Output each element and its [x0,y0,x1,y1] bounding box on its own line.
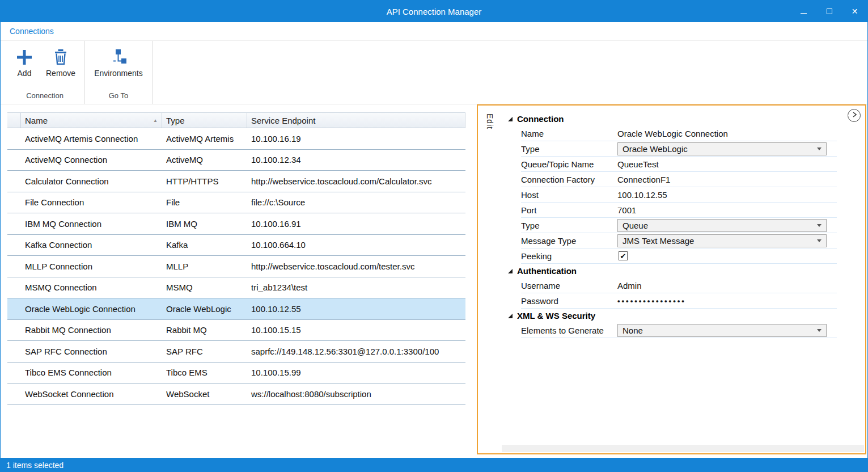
property-row: Password •••••••••••••••• [521,293,837,309]
chevron-right-icon [850,111,858,121]
header-cell-type[interactable]: Type [162,113,247,128]
dropdown-message-type[interactable]: JMS Text Message [617,234,827,247]
cell-type: WebSocket [162,384,247,404]
property-row: Connection Factory ConnectionF1 [521,172,837,187]
cell-endpoint: 10.100.16.91 [247,213,465,234]
cell-type: Tibco EMS [162,363,247,384]
cell-type: IBM MQ [162,213,247,234]
maximize-button[interactable] [816,1,842,22]
row-indicator-cell [7,341,21,362]
tab-connections[interactable]: Connections [1,27,63,36]
main-content: Name ▲ Type Service Endpoint ActiveMQ Ar… [1,104,867,458]
ribbon-group-connection: Add Remove Connection [5,41,85,104]
window-title: API Connection Manager [387,7,482,16]
cell-name: Kafka Connection [21,235,162,256]
property-value: Oracle WebLogic Connection [617,129,837,138]
dropdown-type[interactable]: Queue [617,219,827,232]
environments-sitemap-icon [109,48,128,67]
property-value: Queue [617,219,837,232]
cell-name: Oracle WebLogic Connection [21,298,162,319]
table-row-activemq-artemis-connection[interactable]: ActiveMQ Artemis Connection ActiveMQ Art… [7,128,465,150]
table-header-row: Name ▲ Type Service Endpoint [7,112,465,128]
property-label: Username [521,281,617,290]
horizontal-scrollbar[interactable] [502,445,864,452]
property-row: Type Queue [521,218,837,233]
field-password-value[interactable]: •••••••••••••••• [617,297,686,305]
field-connection-factory-value[interactable]: ConnectionF1 [617,175,670,184]
dropdown-selected-value: None [623,326,643,335]
row-indicator-cell [7,277,21,298]
table-row-file-connection[interactable]: File Connection File file://c:\Source [7,192,465,214]
cell-name: WebSocket Connection [21,384,162,404]
panel-collapse-button[interactable] [848,109,861,122]
field-name-value[interactable]: Oracle WebLogic Connection [617,129,728,138]
table-row-ibm-mq-connection[interactable]: IBM MQ Connection IBM MQ 10.100.16.91 [7,213,465,235]
property-row: Elements to Generate None [521,323,837,338]
field-port-value[interactable]: 7001 [617,205,636,215]
cell-type: ActiveMQ [162,150,247,171]
add-button[interactable]: Add [9,45,40,79]
cell-endpoint: ws://localhost:8080/subscription [247,384,465,404]
cell-name: Rabbit MQ Connection [21,320,162,341]
peeking-checkbox[interactable]: ✔ [619,251,628,260]
cell-type: MSMQ [162,277,247,298]
cell-endpoint: 10.100.15.99 [247,363,465,384]
minimize-button[interactable] [791,1,816,22]
close-button[interactable]: ✕ [842,1,867,22]
header-cell-endpoint[interactable]: Service Endpoint [247,113,465,128]
cell-endpoint: http://webservice.toscacloud.com/Calcula… [247,171,465,192]
ribbon-group-connection-buttons: Add Remove [5,41,84,90]
title-bar: API Connection Manager ✕ [1,1,867,22]
dropdown-type[interactable]: Oracle WebLogic [617,142,827,155]
field-username-value[interactable]: Admin [617,281,642,290]
header-name-label: Name [25,116,48,125]
header-cell-name[interactable]: Name ▲ [21,113,162,128]
row-indicator-cell [7,128,21,149]
cell-name: MSMQ Connection [21,277,162,298]
expander-triangle-icon [508,314,513,318]
cell-name: ActiveMQ Connection [21,150,162,171]
property-label: Message Type [521,236,617,246]
cell-type: HTTP/HTTPS [162,171,247,192]
table-row-msmq-connection[interactable]: MSMQ Connection MSMQ tri_ab1234\test [7,277,465,299]
property-value: Oracle WebLogic [617,142,837,155]
property-value: QueueTest [617,159,837,169]
property-row: Username Admin [521,278,837,293]
remove-button[interactable]: Remove [40,45,81,79]
cell-endpoint: 10.100.16.19 [247,128,465,149]
table-row-rabbit-mq-connection[interactable]: Rabbit MQ Connection Rabbit MQ 10.100.15… [7,320,465,342]
table-row-websocket-connection[interactable]: WebSocket Connection WebSocket ws://loca… [7,384,465,405]
edit-tab-label[interactable]: Edit [485,113,494,129]
ribbon-group-goto: Environments Go To [85,41,153,104]
property-group-header-authentication[interactable]: Authentication [502,264,865,278]
field-queue-topic-name-value[interactable]: QueueTest [617,159,659,169]
table-row-mllp-connection[interactable]: MLLP Connection MLLP http://webservice.t… [7,256,465,277]
table-row-kafka-connection[interactable]: Kafka Connection Kafka 10.100.664.10 [7,235,465,256]
field-host-value[interactable]: 100.10.12.55 [617,190,667,200]
table-row-oracle-weblogic-connection[interactable]: Oracle WebLogic Connection Oracle WebLog… [7,298,465,320]
property-group-header-connection[interactable]: Connection [502,112,865,126]
minimize-icon [801,13,807,14]
connections-table-body: ActiveMQ Artemis Connection ActiveMQ Art… [7,128,465,405]
dropdown-elements-to-generate[interactable]: None [617,324,827,337]
property-value: 100.10.12.55 [617,190,837,200]
cell-endpoint: tri_ab1234\test [247,277,465,298]
row-indicator-cell [7,235,21,256]
cell-endpoint: saprfc://149.148.12.56:3301@127.0.0.1:33… [247,341,465,362]
table-row-sap-rfc-connection[interactable]: SAP RFC Connection SAP RFC saprfc://149.… [7,341,465,363]
table-row-tibco-ems-connection[interactable]: Tibco EMS Connection Tibco EMS 10.100.15… [7,363,465,384]
environments-button-label: Environments [94,69,143,78]
table-row-calculator-connection[interactable]: Calculator Connection HTTP/HTTPS http://… [7,171,465,192]
header-type-label: Type [166,116,185,125]
cell-endpoint: file://c:\Source [247,192,465,213]
table-row-activemq-connection[interactable]: ActiveMQ Connection ActiveMQ 10.100.12.3… [7,150,465,171]
header-cell-indicator [7,113,21,128]
cell-name: IBM MQ Connection [21,213,162,234]
property-group-header-xml-ws-security[interactable]: XML & WS Security [502,309,865,323]
cell-endpoint: 10.100.15.15 [247,320,465,341]
chevron-down-icon [817,329,822,332]
cell-endpoint: 10.100.12.34 [247,150,465,171]
property-label: Connection Factory [521,175,617,184]
status-text: 1 items selected [6,461,63,470]
environments-button[interactable]: Environments [88,45,149,79]
